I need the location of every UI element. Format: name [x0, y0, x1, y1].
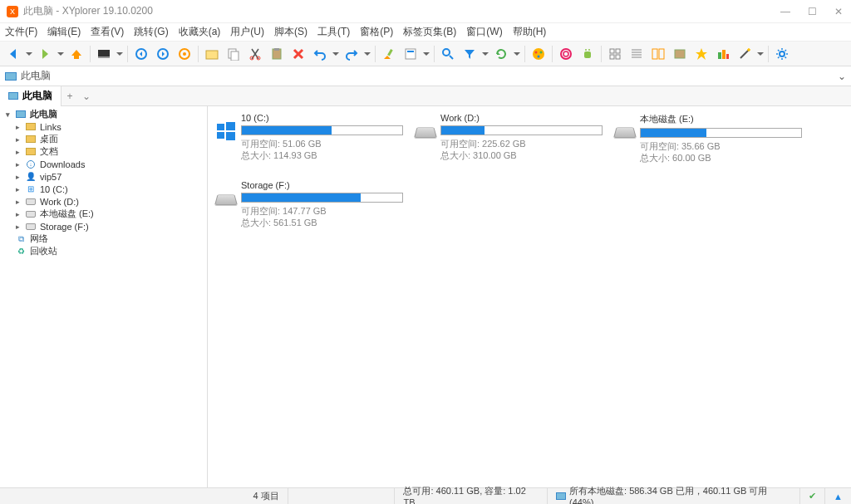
tree-twist[interactable]: ▸: [13, 210, 22, 218]
svg-point-25: [588, 49, 590, 51]
tree-node[interactable]: ▸👤vip57: [0, 170, 207, 183]
svg-point-5: [183, 52, 186, 56]
props-button[interactable]: [401, 44, 421, 64]
menu-item[interactable]: 帮助(H): [513, 25, 547, 39]
back-history-button[interactable]: [131, 44, 151, 64]
svg-rect-29: [616, 55, 620, 59]
console-button[interactable]: [94, 44, 114, 64]
view-list-button[interactable]: [605, 44, 625, 64]
menu-item[interactable]: 窗格(P): [360, 25, 393, 39]
drive-item[interactable]: 10 (C:)可用空间: 51.06 GB总大小: 114.93 GB: [216, 113, 407, 164]
menu-item[interactable]: 文件(F): [5, 25, 37, 39]
undo-button[interactable]: [310, 44, 330, 64]
brush-button[interactable]: [379, 44, 399, 64]
refresh-button[interactable]: [491, 44, 511, 64]
status-sync-icon: ▲: [825, 488, 851, 504]
tree-twist[interactable]: ▸: [13, 148, 22, 156]
menu-item[interactable]: 标签页集(B): [403, 25, 456, 39]
tree-twist[interactable]: ▸: [13, 123, 22, 131]
drive-item[interactable]: Storage (F:)可用空间: 147.77 GB总大小: 561.51 G…: [216, 180, 407, 228]
tree-node[interactable]: ♻回收站: [0, 245, 207, 257]
maximize-button[interactable]: ☐: [806, 6, 818, 17]
cut-button[interactable]: [245, 44, 265, 64]
forward-button[interactable]: [35, 44, 55, 64]
svg-rect-28: [610, 55, 614, 59]
svg-point-21: [561, 49, 571, 59]
up-button[interactable]: [66, 44, 86, 64]
tree-twist[interactable]: ▸: [13, 198, 22, 206]
tree-node[interactable]: ⧉网络: [0, 232, 207, 245]
hotlist-button[interactable]: [116, 44, 124, 64]
svg-rect-6: [206, 51, 218, 59]
menu-item[interactable]: 编辑(E): [47, 25, 81, 39]
address-dropdown[interactable]: ⌄: [838, 71, 846, 82]
star-button[interactable]: [691, 44, 711, 64]
extras-button[interactable]: [713, 44, 733, 64]
menu-item[interactable]: 工具(T): [317, 25, 350, 39]
tree-node[interactable]: ▸Links: [0, 120, 207, 133]
workspace: ▾此电脑▸Links▸桌面▸文档▸↓Downloads▸👤vip57▸⊞10 (…: [0, 106, 851, 487]
menu-item[interactable]: 脚本(S): [274, 25, 307, 39]
android-button[interactable]: [578, 44, 598, 64]
separator: [768, 46, 769, 62]
svg-rect-27: [616, 49, 620, 53]
svg-rect-32: [675, 50, 685, 58]
folder-icon: [25, 123, 37, 130]
tree-twist[interactable]: ▸: [13, 173, 22, 181]
settings-button[interactable]: [772, 44, 792, 64]
find-button[interactable]: [438, 44, 458, 64]
tree-node[interactable]: ▸Storage (F:): [0, 220, 207, 232]
menu-item[interactable]: 查看(V): [91, 25, 124, 39]
address-bar[interactable]: 此电脑 ⌄: [0, 66, 851, 86]
tree-node[interactable]: ▸Work (D:): [0, 195, 207, 208]
tree-twist[interactable]: ▸: [13, 135, 22, 144]
drive-item[interactable]: 本地磁盘 (E:)可用空间: 35.66 GB总大小: 60.00 GB: [615, 113, 806, 164]
props-dropdown[interactable]: [422, 44, 430, 64]
copy-button[interactable]: [224, 44, 243, 64]
forward-dropdown[interactable]: [57, 44, 65, 64]
recycle-icon: ♻: [15, 247, 27, 256]
tree-node[interactable]: ▸桌面: [0, 133, 207, 145]
tree-twist[interactable]: ▾: [3, 110, 12, 119]
view-details-button[interactable]: [627, 44, 647, 64]
tree-node[interactable]: ▸⊞10 (C:): [0, 183, 207, 195]
back-dropdown[interactable]: [25, 44, 33, 64]
wand-button[interactable]: [735, 44, 755, 64]
target-button[interactable]: [175, 44, 194, 64]
browse-button[interactable]: [202, 44, 222, 64]
tree-node[interactable]: ▸文档: [0, 145, 207, 158]
tree-node[interactable]: ▸↓Downloads: [0, 158, 207, 170]
tree-node[interactable]: ▾此电脑: [0, 108, 207, 120]
menu-item[interactable]: 跳转(G): [134, 25, 168, 39]
dual-pane-button[interactable]: [648, 44, 668, 64]
new-tab-button[interactable]: +: [61, 91, 78, 102]
paste-button[interactable]: [267, 44, 287, 64]
delete-button[interactable]: [288, 44, 308, 64]
color-button[interactable]: [529, 44, 548, 64]
tree-twist[interactable]: ▸: [13, 185, 22, 193]
tab-active[interactable]: 此电脑: [0, 86, 61, 106]
undo-dropdown[interactable]: [332, 44, 340, 64]
minimize-button[interactable]: ―: [780, 6, 791, 17]
refresh-dropdown[interactable]: [513, 44, 521, 64]
menu-item[interactable]: 用户(U): [230, 25, 264, 39]
back-button[interactable]: [3, 44, 23, 64]
tree-node[interactable]: ▸本地磁盘 (E:): [0, 208, 207, 220]
panel-button[interactable]: [670, 44, 690, 64]
forward-history-button[interactable]: [153, 44, 173, 64]
tree-twist[interactable]: ▸: [13, 223, 22, 231]
wand-dropdown[interactable]: [756, 44, 765, 64]
filter-button[interactable]: [460, 44, 480, 64]
spiral-button[interactable]: [556, 44, 576, 64]
close-button[interactable]: ✕: [833, 6, 844, 17]
file-pane[interactable]: 10 (C:)可用空间: 51.06 GB总大小: 114.93 GBWork …: [208, 106, 851, 487]
redo-dropdown[interactable]: [363, 44, 371, 64]
tab-dropdown[interactable]: ⌄: [78, 91, 95, 102]
tab-label: 此电脑: [22, 89, 52, 103]
menu-item[interactable]: 收藏夹(a): [179, 25, 221, 39]
tree-twist[interactable]: ▸: [13, 160, 22, 169]
redo-button[interactable]: [342, 44, 362, 64]
filter-dropdown[interactable]: [481, 44, 489, 64]
drive-item[interactable]: Work (D:)可用空间: 225.62 GB总大小: 310.00 GB: [416, 113, 607, 164]
menu-item[interactable]: 窗口(W): [466, 25, 502, 39]
